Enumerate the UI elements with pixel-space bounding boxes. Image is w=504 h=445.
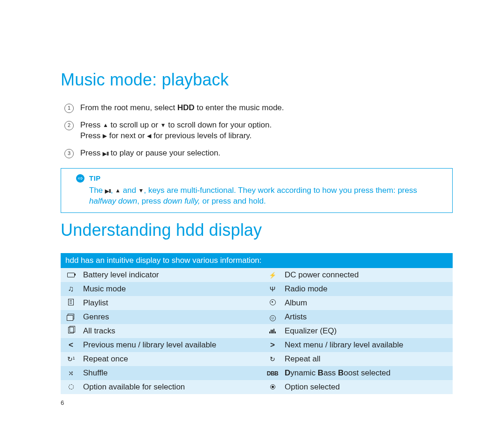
- icon-label: Previous menu / library level available: [81, 338, 262, 352]
- tip-header: ⇨ TIP: [68, 174, 446, 183]
- icon-label: Playlist: [81, 296, 262, 310]
- icon-label: Repeat once: [81, 352, 262, 366]
- table-row: Battery level indicator ⚡ DC power conne…: [61, 268, 453, 282]
- tip-callout: ⇨ TIP The , and , keys are multi-functio…: [61, 168, 453, 213]
- section-heading-playback: Music mode: playback: [61, 70, 453, 90]
- option-available-icon: [61, 380, 81, 394]
- next-level-icon: >: [262, 338, 283, 352]
- icon-label: Option available for selection: [81, 380, 262, 394]
- step-3: 3 Press to play or pause your selection.: [64, 148, 453, 159]
- table-row: < Previous menu / library level availabl…: [61, 338, 453, 352]
- icon-label: All tracks: [81, 324, 262, 338]
- icon-label: Battery level indicator: [81, 268, 262, 282]
- icon-label: Equalizer (EQ): [283, 324, 453, 338]
- icon-label: Shuffle: [81, 366, 262, 380]
- tip-label: TIP: [89, 174, 101, 182]
- step-text: From the root menu, select HDD to enter …: [80, 103, 453, 113]
- step-2: 2 Press to scroll up or to scroll down f…: [64, 120, 453, 141]
- play-pause-icon: [105, 187, 111, 195]
- table-row: Option available for selection Option se…: [61, 380, 453, 394]
- tip-body: The , and , keys are multi-functional. T…: [89, 185, 446, 207]
- down-triangle-icon: [138, 187, 144, 194]
- icon-label: DC power connected: [283, 268, 453, 282]
- right-triangle-icon: [103, 132, 107, 140]
- previous-level-icon: <: [61, 338, 81, 352]
- repeat-once-icon: ↻¹: [61, 352, 81, 366]
- left-triangle-icon: [147, 132, 151, 140]
- icon-label: Artists: [283, 310, 453, 324]
- step-number: 1: [64, 104, 74, 113]
- table-row: ⤭ Shuffle DBB Dynamic Bass Boost selecte…: [61, 366, 453, 380]
- section-heading-display: Understanding hdd display: [61, 220, 453, 240]
- play-pause-icon: [103, 149, 108, 158]
- step-number: 3: [64, 149, 74, 158]
- repeat-all-icon: ↻: [262, 352, 283, 366]
- icon-label: Genres: [81, 310, 262, 324]
- battery-icon: [61, 268, 81, 282]
- step-1: 1 From the root menu, select HDD to ente…: [64, 103, 453, 113]
- table-row: All tracks Equalizer (EQ): [61, 324, 453, 338]
- tip-arrow-icon: ⇨: [76, 174, 84, 183]
- table-row: ♫ Music mode Ψ Radio mode: [61, 282, 453, 296]
- icon-label: Dynamic Bass Boost selected: [283, 366, 453, 380]
- up-triangle-icon: [115, 187, 121, 194]
- step-text: Press to scroll up or to scroll down for…: [80, 120, 453, 141]
- artists-icon: ☺: [262, 310, 283, 324]
- steps-list: 1 From the root menu, select HDD to ente…: [64, 103, 453, 159]
- icon-label: Option selected: [283, 380, 453, 394]
- page-number: 6: [61, 399, 64, 406]
- icon-label: Radio mode: [283, 282, 453, 296]
- step-text: Press to play or pause your selection.: [80, 148, 453, 159]
- dc-power-icon: ⚡: [262, 268, 283, 282]
- playlist-icon: [61, 296, 81, 310]
- icon-label: Next menu / library level available: [283, 338, 453, 352]
- down-triangle-icon: [161, 121, 166, 129]
- display-table-header: hdd has an intuitive display to show var…: [61, 253, 453, 268]
- music-note-icon: ♫: [61, 282, 81, 296]
- table-row: Playlist Album: [61, 296, 453, 310]
- manual-page: Music mode: playback 1 From the root men…: [0, 0, 504, 445]
- display-icons-table: Battery level indicator ⚡ DC power conne…: [61, 268, 453, 394]
- album-disc-icon: [262, 296, 283, 310]
- option-selected-icon: [262, 380, 283, 394]
- equalizer-icon: [262, 324, 283, 338]
- genres-icon: [61, 310, 81, 324]
- icon-label: Repeat all: [283, 352, 453, 366]
- all-tracks-icon: [61, 324, 81, 338]
- table-row: Genres ☺ Artists: [61, 310, 453, 324]
- icon-label: Album: [283, 296, 453, 310]
- step-number: 2: [64, 121, 74, 130]
- shuffle-icon: ⤭: [61, 366, 81, 380]
- table-row: ↻¹ Repeat once ↻ Repeat all: [61, 352, 453, 366]
- dbb-icon: DBB: [262, 366, 283, 380]
- radio-antenna-icon: Ψ: [262, 282, 283, 296]
- up-triangle-icon: [103, 121, 108, 129]
- icon-label: Music mode: [81, 282, 262, 296]
